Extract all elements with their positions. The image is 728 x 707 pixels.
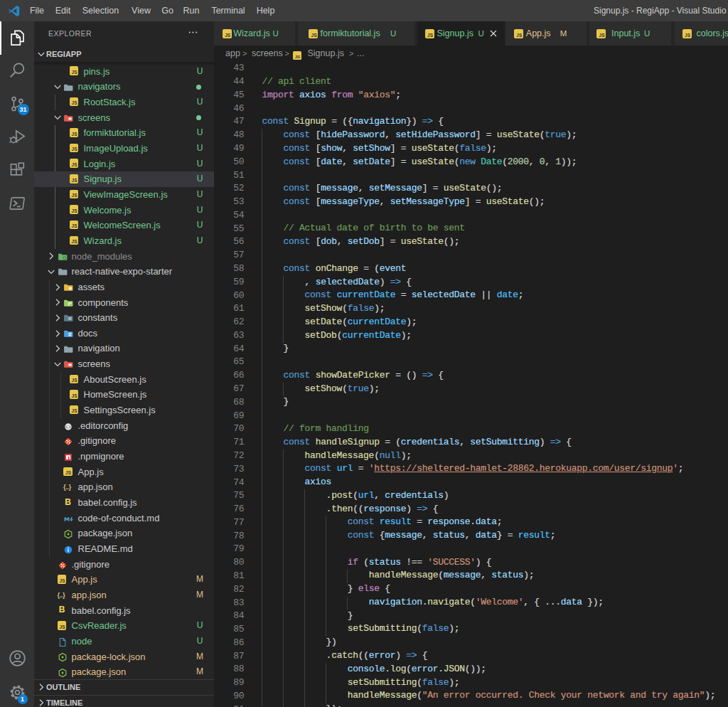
svg-text:JS: JS bbox=[295, 55, 300, 59]
